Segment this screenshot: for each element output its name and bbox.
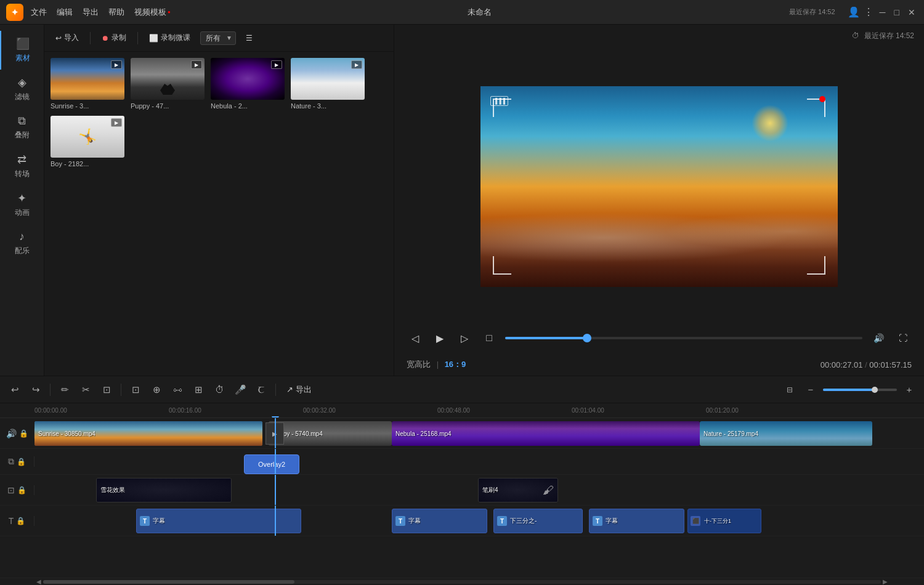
aspect-value: 16：9 [445,360,466,369]
clip-caption2[interactable]: T 字幕 [392,509,487,533]
maximize-btn[interactable]: □ [892,7,902,17]
video-icon: ▶ [191,60,202,69]
titlebar: ✦ 文件 编辑 导出 帮助 视频模板● 未命名 最近保存 14:52 👤 ⋮ ─… [0,0,924,25]
list-item[interactable]: ▶ 🤸 Boy - 2182... [51,116,124,167]
sidebar-label-music: 配乐 [15,246,30,256]
music-icon: ♪ [19,230,25,243]
filter-select[interactable]: 所有 视频 音频 图片 [200,31,236,45]
record-lesson-button[interactable]: ⬜ 录制微课 [144,30,195,46]
list-item[interactable]: ▶ Nature - 3... [291,58,365,110]
menu-file[interactable]: 文件 [31,7,47,18]
more-options-button[interactable]: ☰ [241,31,257,45]
save-status-right: ⏱ 最近保存 14:52 [852,31,914,41]
play-button[interactable]: ▶ [431,329,448,347]
list-item[interactable]: ▶ Puppy - 47... [131,58,205,110]
fast-forward-button[interactable]: ▷ [456,329,473,347]
time-mark-0: 00:00:00.00 [34,407,67,414]
timeline-content: 00:00:00.00 00:00:16.00 00:00:32.00 00:0… [0,403,924,578]
more-icon[interactable]: ⋮ [864,6,873,18]
clip-nebula[interactable]: Nebula - 25168.mp4 [392,421,700,446]
caption-label-5: 十-下三分1 [704,517,731,525]
sidebar-item-animation[interactable]: ✦ 动画 [0,185,44,224]
minimize-btn[interactable]: ─ [877,7,888,17]
close-btn[interactable]: ✕ [906,7,918,17]
caption-track-label: T 🔒 [0,516,34,526]
video-track-content: Sunrise - 30850.mp4 ▶ Puppy - 5740.mp4 N… [34,418,924,448]
media-name-puppy: Puppy - 47... [131,102,205,110]
rec-indicator: ▐▐▐ [490,96,508,106]
menu-help[interactable]: 帮助 [108,7,124,18]
preview-video: ▐▐▐ [480,86,838,287]
split-button[interactable]: ⧟ [169,381,186,398]
user-icon[interactable]: 👤 [848,6,860,18]
menu-export[interactable]: 导出 [83,7,99,18]
media-grid: ▶ Sunrise - 3... ▶ Puppy - 47... ▶ [44,52,394,376]
add-clip-button[interactable]: ⊕ [148,381,165,398]
pencil-button[interactable]: ✏ [56,381,73,398]
import-button[interactable]: ↩ 导入 [51,30,84,46]
clip-snow-effect[interactable]: 雪花效果 [96,478,232,502]
zoom-fill [823,389,875,391]
export-button[interactable]: ↗ 导出 [282,382,317,397]
sidebar-item-transition[interactable]: ⇄ 转场 [0,147,44,185]
clip-sunrise[interactable]: Sunrise - 30850.mp4 [34,421,262,446]
clip-caption4[interactable]: T 字幕 [589,509,684,533]
more-options-icon: ☰ [246,34,253,42]
effect-track-content-1: 雪花效果 笔刷4 🖌 [34,475,924,505]
menu-edit[interactable]: 编辑 [57,7,73,18]
caption-lock-icon: 🔒 [16,517,25,525]
delete-button[interactable]: ⊡ [98,381,115,398]
sidebar-item-overlay[interactable]: ⧉ 叠附 [0,108,44,147]
text-button[interactable]: Ꞇ [253,381,270,398]
caption-label-3: 下三分之- [510,517,537,525]
caption-label-2: 字幕 [408,517,421,525]
clip-nature[interactable]: Nature - 25179.mp4 [700,421,872,446]
zoom-controls: ⊟ − + [781,381,918,398]
menu-video-template[interactable]: 视频模板● [134,7,171,18]
sidebar-item-music[interactable]: ♪ 配乐 [0,224,44,262]
clip-caption5[interactable]: ⬛ 十-下三分1 [687,509,761,533]
stop-button[interactable]: □ [480,329,498,347]
scroll-left-arrow[interactable]: ◀ [34,578,43,586]
list-item[interactable]: ▶ Sunrise - 3... [51,58,124,110]
rewind-button[interactable]: ◁ [407,329,424,347]
time-ruler: 00:00:00.00 00:00:16.00 00:00:32.00 00:0… [0,403,924,418]
cut-button[interactable]: ✂ [77,381,94,398]
zoom-fit-button[interactable]: ⊟ [781,381,798,398]
puppy-silhouette [160,84,175,95]
progress-bar[interactable] [505,337,862,339]
clip-caption1[interactable]: T 字幕 [136,509,301,533]
zoom-in-button[interactable]: + [901,381,918,398]
clip-puppy[interactable]: Puppy - 5740.mp4 [269,421,392,446]
volume-button[interactable]: 🔊 [870,329,887,347]
media-name-nature: Nature - 3... [291,102,365,110]
import-icon: ↩ [55,34,62,42]
caption-mini-icon: ⬛ [691,516,700,526]
scrollbar-thumb[interactable] [43,580,294,584]
zoom-out-button[interactable]: − [802,381,819,398]
sep1 [50,384,51,396]
mic-button[interactable]: 🎤 [232,381,249,398]
time-mark-5: 00:01:20.00 [706,407,739,414]
undo-button[interactable]: ↩ [6,381,23,398]
media-thumb-nebula: ▶ [211,58,285,100]
record-button[interactable]: ⏺ 录制 [97,30,131,46]
sidebar-item-filter[interactable]: ◈ 滤镜 [0,70,44,108]
clip-brush4[interactable]: 笔刷4 🖌 [478,478,558,502]
clip-caption3[interactable]: T 下三分之- [493,509,583,533]
scrollbar-track[interactable] [43,580,881,584]
crop-button[interactable]: ⊡ [127,381,144,398]
zoom-slider[interactable] [823,389,897,391]
sidebar-item-media[interactable]: ⬛ 素材 [0,31,44,70]
redo-button[interactable]: ↪ [27,381,44,398]
clock-button[interactable]: ⏱ [211,381,228,398]
progress-fill [505,337,587,339]
group-button[interactable]: ⊞ [190,381,207,398]
corner-bl [493,256,511,275]
scroll-right-arrow[interactable]: ▶ [881,578,890,586]
list-item[interactable]: ▶ Nebula - 2... [211,58,285,110]
progress-thumb [583,334,591,342]
fullscreen-button[interactable]: ⛶ [894,329,912,347]
filter-icon: ◈ [18,76,26,89]
clip-overlay[interactable]: Overlay2 [244,454,299,474]
